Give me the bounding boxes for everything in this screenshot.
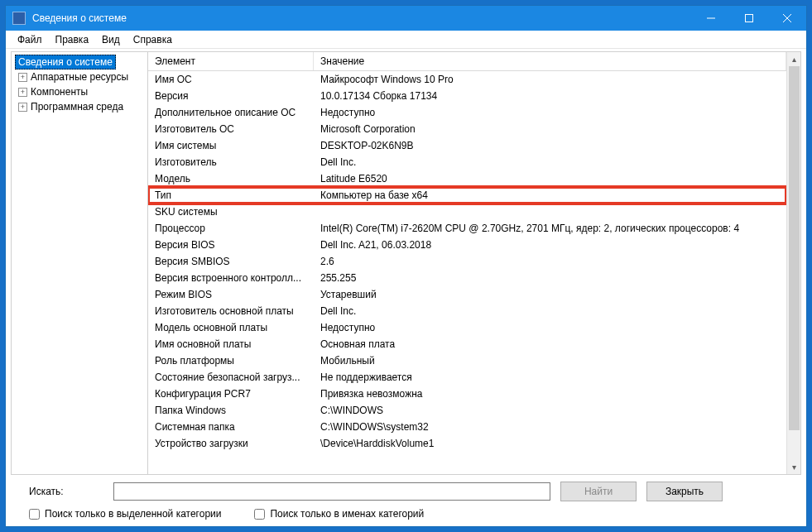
table-row[interactable]: Изготовитель основной платыDell Inc. [148, 303, 786, 319]
row-value: Dell Inc. [314, 304, 786, 318]
row-key: Папка Windows [148, 404, 314, 417]
table-row[interactable]: МодельLatitude E6520 [148, 170, 786, 187]
row-key: Процессор [148, 222, 314, 235]
app-icon [12, 12, 26, 25]
vertical-scrollbar[interactable]: ▴ ▾ [786, 52, 800, 474]
scroll-thumb[interactable] [789, 66, 800, 430]
row-value: Привязка невозможна [314, 387, 786, 400]
table-row[interactable]: Состояние безопасной загруз...Не поддерж… [148, 369, 786, 386]
row-value: Мобильный [314, 354, 786, 367]
row-key: Тип [148, 189, 314, 202]
window-title: Сведения о системе [32, 12, 692, 24]
tree-node[interactable]: +Компоненты [13, 84, 146, 99]
table-row[interactable]: Имя системыDESKTOP-02K6N9B [148, 137, 786, 154]
find-button[interactable]: Найти [560, 482, 637, 501]
bottom-bar: Искать: Найти Закрыть Поиск только в выд… [6, 475, 806, 526]
row-value: Недоступно [314, 106, 786, 119]
tree-node-label: Программная среда [31, 101, 123, 113]
search-options-row: Поиск только в выделенной категории Поис… [29, 508, 783, 520]
details-table: Элемент Значение Имя ОСМайкрософт Window… [148, 52, 786, 474]
close-button[interactable] [768, 6, 806, 31]
row-value [314, 205, 786, 218]
row-key: Изготовитель [148, 156, 314, 169]
row-value: Intel(R) Core(TM) i7-2620M CPU @ 2.70GHz… [314, 222, 786, 235]
table-row[interactable]: Имя ОСМайкрософт Windows 10 Pro [148, 71, 786, 88]
row-value: Latitude E6520 [314, 172, 786, 185]
table-row[interactable]: Версия встроенного контролл...255.255 [148, 270, 786, 286]
tree-node[interactable]: +Аппаратные ресурсы [13, 69, 146, 84]
row-key: Имя основной платы [148, 338, 314, 351]
menu-file[interactable]: Файл [11, 32, 49, 47]
expand-icon[interactable]: + [18, 103, 27, 112]
table-row[interactable]: Версия SMBIOS2.6 [148, 253, 786, 270]
table-row[interactable]: Конфигурация PCR7Привязка невозможна [148, 386, 786, 402]
row-value: DESKTOP-02K6N9B [314, 139, 786, 152]
table-row[interactable]: Роль платформыМобильный [148, 352, 786, 369]
row-key: Имя системы [148, 139, 314, 152]
row-key: Модель [148, 172, 314, 185]
table-row[interactable]: Имя основной платыОсновная плата [148, 336, 786, 352]
row-key: Имя ОС [148, 73, 314, 86]
search-input[interactable] [113, 482, 550, 501]
table-row[interactable]: ПроцессорIntel(R) Core(TM) i7-2620M CPU … [148, 220, 786, 237]
checkbox-category-names-input[interactable] [254, 509, 265, 520]
menu-view[interactable]: Вид [95, 32, 127, 47]
checkbox-selected-category[interactable]: Поиск только в выделенной категории [29, 508, 221, 520]
titlebar[interactable]: Сведения о системе [6, 6, 806, 31]
table-row[interactable]: Папка WindowsC:\WINDOWS [148, 402, 786, 419]
row-key: Версия BIOS [148, 238, 314, 252]
system-info-window: Сведения о системе Файл Правка Вид Справ… [5, 5, 807, 527]
table-row[interactable]: Дополнительное описание ОСНедоступно [148, 104, 786, 121]
row-value: Dell Inc. A21, 06.03.2018 [314, 238, 786, 252]
row-key: SKU системы [148, 205, 314, 218]
menu-help[interactable]: Справка [127, 32, 179, 47]
column-header-value[interactable]: Значение [314, 52, 786, 70]
column-header-element[interactable]: Элемент [148, 52, 314, 70]
nav-tree[interactable]: Сведения о системе +Аппаратные ресурсы+К… [12, 52, 148, 474]
tree-node[interactable]: +Программная среда [13, 99, 146, 114]
checkbox-selected-category-input[interactable] [29, 509, 40, 520]
row-key: Устройство загрузки [148, 437, 314, 450]
table-row[interactable]: Устройство загрузки\Device\HarddiskVolum… [148, 435, 786, 452]
tree-node-label: Аппаратные ресурсы [31, 71, 128, 83]
scroll-up-button[interactable]: ▴ [787, 52, 801, 66]
table-row[interactable]: Изготовитель ОСMicrosoft Corporation [148, 121, 786, 137]
row-value: Microsoft Corporation [314, 122, 786, 136]
table-row[interactable]: Модель основной платыНедоступно [148, 319, 786, 336]
row-value: C:\WINDOWS [314, 404, 786, 417]
row-key: Системная папка [148, 420, 314, 434]
table-row[interactable]: Версия10.0.17134 Сборка 17134 [148, 88, 786, 104]
table-row[interactable]: Системная папкаC:\WINDOWS\system32 [148, 419, 786, 435]
minimize-button[interactable] [692, 6, 730, 31]
expand-icon[interactable]: + [18, 88, 27, 97]
tree-node-label: Компоненты [31, 86, 88, 98]
row-key: Дополнительное описание ОС [148, 106, 314, 119]
table-body[interactable]: Имя ОСМайкрософт Windows 10 ProВерсия10.… [148, 71, 786, 474]
scroll-down-button[interactable]: ▾ [787, 460, 801, 474]
table-row[interactable]: ТипКомпьютер на базе x64 [148, 187, 786, 204]
row-key: Модель основной платы [148, 321, 314, 334]
row-key: Версия встроенного контролл... [148, 271, 314, 285]
row-key: Роль платформы [148, 354, 314, 367]
table-row[interactable]: Режим BIOSУстаревший [148, 286, 786, 303]
checkbox-category-names-label: Поиск только в именах категорий [270, 508, 424, 520]
maximize-button[interactable] [730, 6, 768, 31]
search-row: Искать: Найти Закрыть [29, 482, 783, 501]
table-row[interactable]: Версия BIOSDell Inc. A21, 06.03.2018 [148, 237, 786, 253]
row-key: Режим BIOS [148, 288, 314, 301]
row-key: Версия [148, 89, 314, 103]
close-panel-button[interactable]: Закрыть [646, 482, 723, 501]
row-key: Версия SMBIOS [148, 255, 314, 268]
menu-edit[interactable]: Правка [49, 32, 96, 47]
content-area: Сведения о системе +Аппаратные ресурсы+К… [11, 51, 801, 475]
expand-icon[interactable]: + [18, 73, 27, 82]
row-value: C:\WINDOWS\system32 [314, 420, 786, 434]
details-pane: Элемент Значение Имя ОСМайкрософт Window… [148, 52, 800, 474]
tree-root-system-summary[interactable]: Сведения о системе [15, 55, 116, 69]
table-row[interactable]: SKU системы [148, 204, 786, 220]
row-key: Конфигурация PCR7 [148, 387, 314, 400]
row-key: Изготовитель основной платы [148, 304, 314, 318]
table-row[interactable]: ИзготовительDell Inc. [148, 154, 786, 170]
row-value: Dell Inc. [314, 156, 786, 169]
checkbox-category-names[interactable]: Поиск только в именах категорий [254, 508, 424, 520]
